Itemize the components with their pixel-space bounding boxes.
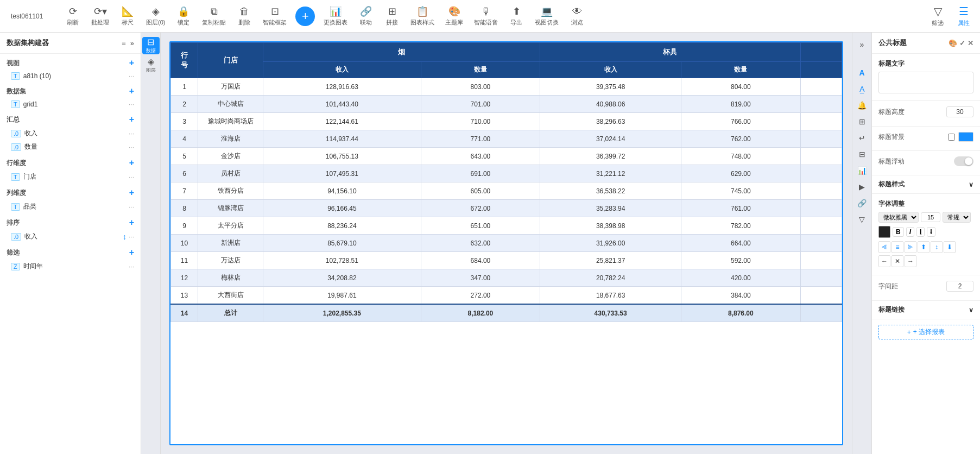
smart-frame-icon: ⊡ — [271, 5, 279, 17]
title-link-section[interactable]: 标题链接 ∨ — [872, 301, 980, 319]
title-bg-checkbox[interactable] — [948, 134, 955, 141]
sidebar-data-btn[interactable]: ⊟ 数据 — [142, 37, 160, 54]
section-sort-add-btn[interactable]: + — [129, 218, 134, 228]
copy-paste-btn[interactable]: ⧉ 复制粘贴 — [198, 4, 230, 29]
letter-spacing-value[interactable]: 2 — [946, 281, 973, 292]
row-dim-menu[interactable]: ··· — [129, 173, 134, 181]
smart-frame-btn[interactable]: ⊡ 智能框架 — [258, 3, 291, 29]
list-item[interactable]: .0 收入 ↕ ··· — [0, 230, 141, 243]
browse-btn[interactable]: 👁 浏览 — [565, 4, 589, 29]
change-chart-btn[interactable]: 📊 更换图表 — [319, 3, 352, 29]
table-cell: 664.00 — [681, 235, 800, 252]
right-animation-icon-btn[interactable]: ▶ — [853, 179, 871, 194]
title-float-toggle[interactable] — [954, 156, 973, 166]
list-item[interactable]: T 品类 ··· — [0, 200, 141, 213]
title-height-value[interactable]: 30 — [946, 106, 973, 117]
panel-collapse-icon[interactable]: ≡ — [122, 39, 126, 47]
summary-income-menu[interactable]: ··· — [129, 130, 134, 137]
strikethrough-btn[interactable]: I — [927, 227, 935, 237]
col-dim-menu[interactable]: ··· — [129, 203, 134, 211]
right-filter2-icon-btn[interactable]: ▽ — [853, 212, 871, 227]
sidebar-layer-btn[interactable]: ◈ 图层 — [142, 56, 160, 74]
right-text2-icon-btn[interactable]: A̲ — [853, 81, 871, 97]
section-view-add-btn[interactable]: + — [129, 58, 134, 68]
right-chart-icon-btn[interactable]: 📊 — [853, 163, 871, 178]
dataset-item-label: grid1 — [23, 100, 38, 108]
nav-center-btn[interactable]: ✕ — [892, 255, 903, 267]
right-expand-btn[interactable]: » — [853, 37, 871, 52]
right-panel-close-icon[interactable]: ✕ — [968, 39, 973, 47]
align-bottom-btn[interactable]: ⬇ — [944, 241, 956, 253]
animation-icon: ▶ — [859, 182, 865, 191]
list-item[interactable]: T a81h (10) ··· — [0, 70, 141, 82]
dataset-item-menu[interactable]: ··· — [129, 100, 134, 108]
add-btn[interactable]: + — [295, 7, 315, 26]
filter-item-menu[interactable]: ··· — [129, 263, 134, 270]
panel-expand-icon[interactable]: » — [130, 39, 134, 47]
chart-style-btn[interactable]: 📋 图表样式 — [406, 3, 439, 29]
nav-left-btn[interactable]: ← — [878, 255, 890, 267]
merge-btn[interactable]: ⊞ 拼接 — [380, 3, 404, 29]
export-btn[interactable]: ⬆ 导出 — [504, 3, 528, 29]
theme-btn[interactable]: 🎨 主题库 — [441, 3, 467, 29]
refresh-btn[interactable]: ⟳ 刷新 — [61, 3, 85, 29]
font-size-input[interactable] — [921, 212, 940, 222]
font-weight-select[interactable]: 常规 — [943, 212, 971, 223]
filter-toolbar-btn[interactable]: ▽ 筛选 — [926, 3, 950, 29]
view-switch-btn[interactable]: 💻 视图切换 — [530, 3, 563, 29]
section-filter-add-btn[interactable]: + — [129, 248, 134, 257]
section-col-dim-add-btn[interactable]: + — [129, 188, 134, 198]
table-cell: 684.00 — [421, 252, 540, 269]
title-bg-color-swatch[interactable] — [958, 132, 973, 142]
view-item-menu[interactable]: ··· — [129, 72, 134, 80]
right-grid-icon-btn[interactable]: ⊟ — [853, 147, 871, 162]
right-panel-palette-icon[interactable]: 🎨 — [949, 39, 957, 47]
list-item[interactable]: T 门店 ··· — [0, 170, 141, 184]
right-newline-icon-btn[interactable]: ↵ — [853, 130, 871, 146]
title-link-label: 标题链接 — [878, 305, 905, 314]
list-item[interactable]: Z 时间年 ··· — [0, 260, 141, 273]
table-cell: 9 — [171, 217, 198, 235]
lock-btn[interactable]: 🔒 锁定 — [172, 3, 195, 29]
right-text-icon-btn[interactable]: A — [853, 65, 871, 80]
align-center-btn[interactable]: ≡ — [892, 241, 903, 253]
right-panel-check-icon[interactable]: ✓ — [959, 39, 965, 47]
layer-btn[interactable]: ◈ 图层(0) — [142, 3, 169, 29]
align-right-btn[interactable]: ⫸ — [905, 241, 916, 253]
section-dataset-add-btn[interactable]: + — [129, 86, 134, 96]
right-bell-icon-btn[interactable]: 🔔 — [853, 98, 871, 113]
data-chart-icon: ⊟ — [147, 37, 154, 47]
underline-btn[interactable]: I — [916, 227, 925, 237]
summary-qty-menu[interactable]: ··· — [129, 143, 134, 151]
section-summary-add-btn[interactable]: + — [129, 115, 134, 124]
sort-item-menu[interactable]: ··· — [129, 233, 134, 241]
right-link2-icon-btn[interactable]: 🔗 — [853, 196, 871, 211]
align-middle-btn[interactable]: ↕ — [931, 241, 943, 253]
table-cell-empty — [800, 113, 842, 130]
section-row-dim-add-btn[interactable]: + — [129, 158, 134, 168]
properties-toolbar-btn[interactable]: ☰ 属性 — [952, 3, 976, 29]
title-text-input[interactable] — [878, 72, 973, 93]
ruler-btn[interactable]: 📐 标尺 — [116, 3, 140, 29]
list-item[interactable]: .0 数量 ··· — [0, 140, 141, 154]
align-top-btn[interactable]: ⬆ — [918, 241, 930, 253]
smart-voice-btn[interactable]: 🎙 智能语音 — [470, 4, 502, 29]
title-style-section[interactable]: 标题样式 ∨ — [872, 175, 980, 194]
bold-btn[interactable]: B — [893, 227, 904, 237]
batch-btn[interactable]: ⟳▾ 批处理 — [87, 3, 113, 29]
table-cell-empty — [800, 200, 842, 217]
font-color-swatch[interactable] — [878, 226, 890, 238]
italic-btn[interactable]: I — [906, 227, 914, 237]
align-left-btn[interactable]: ⫷ — [878, 241, 890, 253]
table-cell: 1 — [171, 78, 198, 96]
font-family-select[interactable]: 微软雅黑 — [878, 212, 919, 223]
nav-right-btn[interactable]: → — [905, 255, 916, 267]
list-item[interactable]: T grid1 ··· — [0, 98, 141, 110]
list-item[interactable]: .0 收入 ··· — [0, 127, 141, 140]
link-btn[interactable]: 🔗 联动 — [354, 3, 378, 29]
right-table-icon-btn[interactable]: ⊞ — [853, 114, 871, 129]
table-cell-empty — [800, 165, 842, 182]
delete-btn[interactable]: 🗑 删除 — [232, 4, 256, 29]
filter-item-badge: Z — [11, 263, 20, 270]
add-table-btn[interactable]: + + 选择报表 — [878, 325, 973, 339]
